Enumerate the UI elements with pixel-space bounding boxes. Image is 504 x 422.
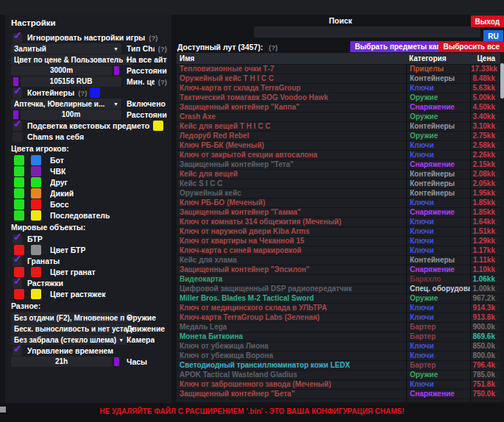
loot-table-header: Имя Категория Цена — [177, 53, 500, 64]
column-category[interactable]: Категория — [406, 53, 470, 64]
loot-table-row[interactable]: Кейс для вещейКонтейнеры2.08kk — [177, 170, 500, 179]
ignore-game-settings-label: Игнорировать настройки игры — [27, 33, 145, 42]
all-items-color-dropdown[interactable]: Цвет по цене & Пользователь▼ — [11, 54, 133, 65]
loot-table-row[interactable]: Ключ от медицинского склада в УЛЬТРАКлюч… — [177, 304, 500, 312]
loot-table-row[interactable]: Защищенный контейнер "Эпсилон"Снаряжение… — [177, 265, 500, 274]
color-swatch[interactable] — [14, 188, 24, 199]
loot-table-row[interactable]: Ключ от квартиры на Чеканной 15Ключи1.29… — [177, 237, 500, 246]
item-name: Ключ от убежища Ворона — [177, 351, 406, 360]
color-swatch[interactable] — [31, 210, 41, 221]
loot-table-row[interactable]: Ключ от наружной двери Kiba ArmsКлючи1.5… — [177, 227, 500, 236]
color-swatch[interactable] — [14, 177, 24, 187]
loot-table-row[interactable]: Оружейный кейс T H I C CКонтейнеры8.48kk — [177, 74, 500, 83]
loot-table-row[interactable]: ВидеокартаБарахло1.06kk — [177, 275, 500, 284]
item-name: Оружейный кейс T H I C C — [177, 74, 406, 83]
movement-mods-dropdown[interactable]: Беск. выносливость и нет уста▼ — [11, 323, 138, 334]
color-swatch[interactable] — [90, 87, 100, 98]
loot-table-row[interactable]: Ледоруб Red RebelОружие2.75kk — [177, 132, 500, 140]
item-name: Ключ от квартиры на Чеканной 15 — [177, 237, 406, 246]
loot-count-header: Доступный лут (3457): (?) — [177, 43, 277, 51]
color-swatch[interactable] — [31, 245, 41, 255]
loot-table-row[interactable]: Ключ от комнаты 314 общежития (Меченый)К… — [177, 218, 500, 226]
loot-distance-input[interactable]: 3000m — [11, 65, 112, 76]
color-swatch[interactable] — [31, 155, 41, 165]
loot-table-row[interactable]: Ключ от убежища ВоронаКлючи800.0k — [177, 351, 500, 360]
loot-table-row[interactable]: Защищенный контейнер "Тета"Снаряжение2.1… — [177, 160, 500, 169]
color-swatch[interactable] — [14, 289, 24, 299]
color-swatch[interactable] — [31, 177, 41, 187]
time-hours-input[interactable]: 21h — [11, 357, 112, 367]
color-swatch[interactable] — [31, 188, 41, 199]
containers-checkbox[interactable]: ✓ — [13, 88, 22, 98]
loot-table-row[interactable] — [177, 399, 500, 402]
color-swatch[interactable] — [114, 357, 119, 366]
color-swatch[interactable] — [31, 267, 41, 277]
loot-table-row[interactable]: Защищенный контейнер "Каппа"Снаряжение4.… — [177, 103, 500, 112]
scrollbar-thumb[interactable] — [500, 63, 504, 99]
discard-all-button[interactable]: Выбросить все — [439, 41, 504, 52]
btr-checkbox[interactable]: ✓ — [13, 235, 22, 244]
item-category: Ключи — [406, 218, 470, 226]
item-category: Снаряжение — [406, 390, 470, 398]
color-swatch[interactable] — [153, 121, 163, 131]
column-name[interactable]: Имя — [177, 53, 406, 64]
chams-self-checkbox[interactable] — [13, 132, 22, 142]
grenades-checkbox[interactable]: ✓ — [13, 257, 22, 266]
column-price[interactable]: Цена — [470, 53, 500, 64]
tripwires-checkbox[interactable]: ✓ — [13, 279, 22, 288]
color-swatch[interactable] — [31, 166, 41, 176]
dropdown-value: Без забрала (стекло шлема) — [14, 336, 116, 344]
color-swatch[interactable] — [114, 66, 119, 75]
loot-table-row[interactable]: APOK Tactical Wasteland GladiusОружие785… — [177, 371, 500, 379]
item-name: Кейс для вещей T H I C C — [177, 122, 406, 131]
loot-table-row[interactable]: Miller Bros. Blades M-2 Tactical SwordОр… — [177, 294, 500, 303]
dropdown-value: Залитый — [14, 45, 111, 53]
language-button[interactable]: RU — [483, 30, 503, 42]
loot-table-row[interactable]: Медаль LegaБартер900.0k — [177, 323, 500, 332]
color-swatch[interactable] — [31, 199, 41, 210]
loot-table-row[interactable]: Ключ от закрытой секции автосалонаКлючи2… — [177, 151, 500, 160]
loot-table-row[interactable]: Ключ от заброшенного завода (Меченый)Клю… — [177, 380, 500, 389]
loot-table-row[interactable]: Кейс для хламаКонтейнеры1.11kk — [177, 256, 500, 265]
color-swatch[interactable] — [14, 210, 24, 221]
weapon-mods-dropdown[interactable]: Без отдачи (F2), Мгновенное п▼ — [11, 312, 135, 323]
loot-table-row[interactable]: Тепловизионные очки Т-7Прицелы17.33kk — [177, 65, 500, 74]
loot-table-row[interactable]: Защищенный контейнер "Гамма"Снаряжение1.… — [177, 208, 500, 217]
color-swatch[interactable] — [14, 155, 24, 165]
loot-table-row[interactable]: Ключ РБ-БО (Меченый)Ключи1.85kk — [177, 199, 500, 207]
min-price-input[interactable]: 105156 RUB — [21, 76, 121, 87]
quest-highlight-checkbox[interactable]: ✓ — [13, 121, 22, 131]
container-distance-input[interactable]: 100m — [21, 110, 121, 120]
loot-table-row[interactable]: Ключ-карта TerraGroup Labs (Зеленая)Ключ… — [177, 313, 500, 322]
loot-table-row[interactable]: Ключ-карта с синей маркировкойКлючи1.17k… — [177, 246, 500, 255]
pair-row: Бот — [11, 155, 167, 165]
item-price: 1.85kk — [470, 199, 500, 207]
loot-table-row[interactable]: Ключ РБ-БК (Меченый)Ключи2.58kk — [177, 141, 500, 150]
exit-button[interactable]: Выход — [471, 15, 504, 27]
loot-table-row[interactable]: Оружейный кейсКонтейнеры1.95kk — [177, 189, 500, 198]
chams-type-dropdown[interactable]: Залитый▼ — [11, 43, 121, 54]
camera-mods-dropdown[interactable]: Без забрала (стекло шлема)▼ — [11, 335, 127, 345]
loot-table-row[interactable]: Кейс S I C CКонтейнеры2.05kk — [177, 179, 500, 188]
item-price: 750.0k — [470, 390, 500, 398]
loot-table-row[interactable]: Кейс для вещей T H I C CКонтейнеры3.10kk — [177, 122, 500, 131]
color-swatch[interactable] — [14, 166, 24, 176]
ignore-game-settings-checkbox[interactable]: ✓ — [13, 33, 22, 43]
item-price: 1.06kk — [470, 275, 500, 284]
color-swatch[interactable] — [31, 289, 41, 299]
loot-table-row[interactable]: Ключ-карта от склада TerraGroupКлючи5.63… — [177, 84, 500, 93]
loot-table-row[interactable]: Ключ от убежища ЛионаКлючи850.0k — [177, 342, 500, 351]
loot-table-row[interactable]: Цифровой защищенный DSP радиопередатчикС… — [177, 285, 500, 293]
loot-table-row[interactable]: Crash AxeОружие3.40kk — [177, 112, 500, 121]
loot-table-row[interactable]: Монета БиткоинаБартер869.6k — [177, 332, 500, 341]
item-category: Контейнеры — [406, 122, 470, 131]
loot-table-row[interactable]: Тактический томагавк SOG Voodoo HawkОруж… — [177, 93, 500, 102]
item-price: 1.17kk — [470, 246, 500, 255]
time-control-checkbox[interactable]: ✓ — [13, 346, 22, 356]
search-input[interactable] — [254, 26, 480, 37]
color-swatch[interactable] — [14, 199, 24, 210]
scrollbar[interactable] — [500, 53, 504, 402]
loot-table-row[interactable]: Защищенный контейнер "Бета"Снаряжение750… — [177, 390, 500, 398]
enabled-categories-dropdown[interactable]: Аптечка, Ювелирные и...▼ — [11, 99, 121, 109]
loot-table-row[interactable]: Светодиодный трансиллюминатор кожи LEDXБ… — [177, 361, 500, 370]
